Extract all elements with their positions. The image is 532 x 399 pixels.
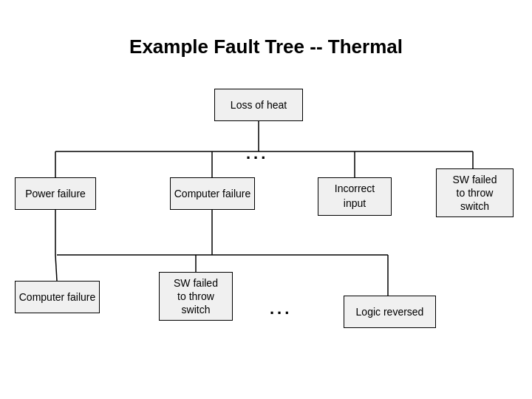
sw-failed-top-node: SW failedto throwswitch bbox=[436, 168, 514, 217]
svg-line-7 bbox=[55, 255, 57, 281]
computer-failure-top-node: Computer failure bbox=[170, 177, 255, 210]
power-failure-node: Power failure bbox=[15, 177, 96, 210]
logic-reversed-node: Logic reversed bbox=[344, 296, 436, 328]
incorrect-input-node: Incorrectinput bbox=[318, 177, 392, 216]
dots-top: ... bbox=[246, 144, 268, 163]
dots-bot: ... bbox=[270, 299, 292, 318]
page-title: Example Fault Tree -- Thermal bbox=[0, 13, 532, 73]
root-node: Loss of heat bbox=[214, 89, 303, 121]
sw-failed-bot-node: SW failedto throwswitch bbox=[159, 272, 233, 321]
computer-failure-bot-node: Computer failure bbox=[15, 281, 100, 313]
